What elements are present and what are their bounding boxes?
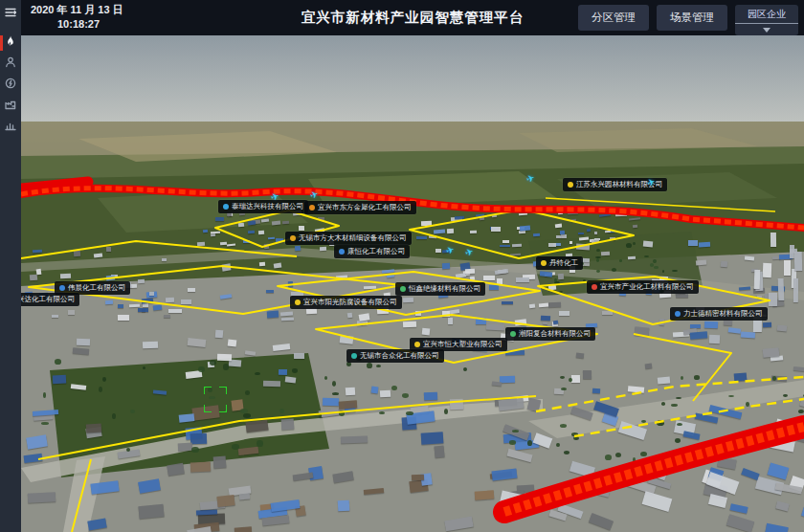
- map-3d-viewport[interactable]: 泰瑞达兴科技有限公司宜兴市东方金犀化工有限公司无锡市方大木材精细设备有限公司康恒…: [21, 35, 804, 532]
- company-marker-icon: [351, 353, 357, 359]
- company-marker-icon: [223, 204, 229, 210]
- company-label[interactable]: 无锡市合众化工有限公司: [346, 349, 444, 363]
- zone-management-button[interactable]: 分区管理: [578, 5, 649, 31]
- company-label-text: 泰瑞达兴科技有限公司: [232, 203, 303, 211]
- aircraft-marker[interactable]: ✈: [308, 188, 320, 201]
- company-label-text: 宜兴市阳光防腐设备有限公司: [303, 299, 397, 306]
- company-marker-icon: [290, 235, 296, 241]
- factory-icon: [4, 98, 17, 115]
- menu-icon: [4, 6, 17, 23]
- company-label[interactable]: 兴达化工有限公司: [21, 293, 79, 306]
- company-label-text: 恒鑫绝缘材料有限公司: [409, 285, 480, 293]
- company-label-text: 宜兴市恒大塑业有限公司: [423, 341, 502, 348]
- sidebar: [0, 0, 21, 532]
- company-label-text: 康恒化工有限公司: [347, 248, 405, 255]
- aircraft-marker[interactable]: ✈: [444, 244, 456, 256]
- aircraft-marker[interactable]: ✈: [525, 172, 536, 185]
- company-marker-icon: [414, 342, 420, 347]
- park-enterprise-dropdown[interactable]: 园区企业: [735, 5, 798, 35]
- gauge-icon: [4, 77, 17, 94]
- selection-box: [204, 387, 227, 412]
- company-marker-icon: [568, 182, 573, 188]
- company-label[interactable]: 宜兴市东方金犀化工有限公司: [304, 201, 416, 214]
- park-enterprise-dropdown-label: 园区企业: [735, 5, 798, 24]
- company-marker-icon: [675, 311, 681, 317]
- company-label-text: 力士德精密材料有限公司: [683, 310, 763, 318]
- company-marker-icon: [295, 299, 301, 305]
- bar-chart-icon: [4, 119, 17, 136]
- company-marker-icon: [59, 285, 65, 291]
- sidebar-item-stats[interactable]: [0, 117, 21, 138]
- company-marker-icon: [541, 260, 547, 266]
- company-label[interactable]: 力士德精密材料有限公司: [670, 307, 768, 321]
- company-label-text: 伟晨化工有限公司: [68, 284, 125, 292]
- sidebar-item-menu[interactable]: [0, 4, 21, 25]
- header: 2020 年 11 月 13 日 10:18:27 宜兴市新材料产业园智慧管理平…: [21, 0, 804, 35]
- company-marker-icon: [309, 205, 315, 211]
- company-marker-icon: [400, 286, 406, 292]
- company-label-text: 无锡市方大木材精细设备有限公司: [299, 234, 407, 242]
- map-labels-layer: 泰瑞达兴科技有限公司宜兴市东方金犀化工有限公司无锡市方大木材精细设备有限公司康恒…: [21, 35, 804, 532]
- sidebar-item-user[interactable]: [0, 54, 21, 75]
- company-label[interactable]: 康恒化工有限公司: [334, 245, 410, 258]
- company-marker-icon: [592, 284, 597, 290]
- aircraft-marker[interactable]: ✈: [463, 246, 475, 258]
- company-label[interactable]: 泰瑞达兴科技有限公司: [218, 200, 308, 213]
- company-label[interactable]: 宜兴市阳光防腐设备有限公司: [290, 296, 402, 309]
- company-label-text: 无锡市合众化工有限公司: [360, 352, 439, 360]
- company-label[interactable]: 丹特化工: [536, 256, 583, 270]
- company-label[interactable]: 宜兴市产业化工材料有限公司: [587, 280, 699, 294]
- company-marker-icon: [510, 331, 516, 337]
- company-marker-icon: [339, 249, 345, 255]
- company-label-text: 兴达化工有限公司: [21, 296, 75, 303]
- flame-icon: [4, 34, 17, 52]
- header-controls: 分区管理 场景管理 园区企业: [578, 5, 798, 35]
- company-label-text: 潮阳复合材料有限公司: [519, 330, 591, 338]
- company-label-text: 宜兴市东方金犀化工有限公司: [318, 204, 412, 211]
- sidebar-item-factory[interactable]: [0, 96, 21, 117]
- scene-management-button[interactable]: 场景管理: [657, 5, 727, 31]
- company-label[interactable]: 无锡市方大木材精细设备有限公司: [285, 232, 412, 245]
- user-icon: [4, 55, 17, 73]
- company-label-text: 宜兴市产业化工材料有限公司: [600, 283, 694, 291]
- sidebar-item-fire[interactable]: [0, 33, 21, 54]
- company-label[interactable]: 潮阳复合材料有限公司: [505, 327, 595, 341]
- sidebar-item-gauge[interactable]: [0, 75, 21, 96]
- company-label[interactable]: 恒鑫绝缘材料有限公司: [395, 282, 485, 296]
- chevron-down-icon: [735, 24, 798, 35]
- company-label-text: 丹特化工: [549, 259, 578, 267]
